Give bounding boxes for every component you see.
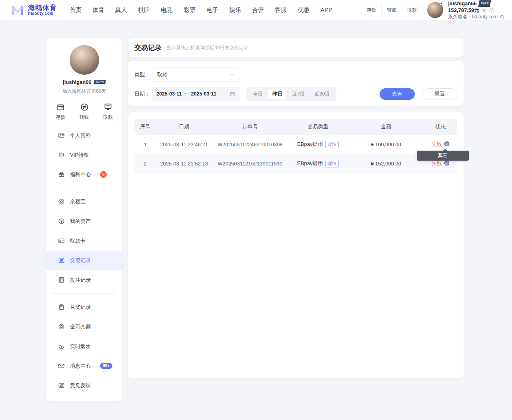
- info-icon[interactable]: [444, 160, 450, 166]
- nav-item[interactable]: 棋牌: [138, 6, 150, 14]
- sidebar-quick-actions: 存款转账取款: [46, 103, 122, 121]
- feedback-icon: [58, 382, 65, 389]
- sidebar-item[interactable]: 意见反馈: [46, 376, 122, 395]
- logo-icon: [10, 3, 25, 17]
- cell-amount: ¥ 100,000.00: [348, 135, 424, 154]
- range-button[interactable]: 今日: [248, 89, 268, 100]
- type-select[interactable]: 取款: [152, 68, 240, 82]
- sidebar-item-label: 福利中心: [70, 171, 91, 178]
- date-separator: ~: [185, 91, 188, 97]
- quick-range-group: 今日昨日近7日近30日: [246, 87, 336, 101]
- date-filter-label: 日期：: [134, 90, 152, 98]
- cell-order-number: W202503112246210010308: [212, 135, 288, 154]
- search-icon[interactable]: [500, 14, 505, 20]
- nav-item[interactable]: 优惠: [298, 6, 310, 14]
- detail-link[interactable]: 详情: [325, 141, 339, 148]
- filter-panel: 类型： 取款 日期： 2025-03-11 ~ 2025-03-11 今日昨日近…: [128, 61, 464, 106]
- detail-link[interactable]: 详情: [325, 160, 339, 167]
- quick-action-transfer[interactable]: 转账: [80, 103, 89, 121]
- sidebar-item[interactable]: 投注记录: [46, 270, 122, 290]
- nav-item[interactable]: APP: [320, 6, 332, 14]
- yuebao-icon: [58, 198, 65, 205]
- sidebar-item-label: 投注记录: [70, 277, 91, 284]
- avatar[interactable]: [427, 2, 443, 18]
- type-select-value: 取款: [157, 71, 168, 78]
- sidebar-item[interactable]: 交易记录: [46, 251, 122, 270]
- status-label: 失败: [432, 160, 442, 166]
- quick-action-label: 取款: [103, 114, 113, 121]
- sidebar-menu: 个人资料VIP特权福利中心9余额宝我的资产取款卡交易记录投注记录兑奖记录金币余额…: [46, 125, 122, 395]
- sidebar-item[interactable]: 余额宝: [46, 192, 122, 211]
- username: jiushigan66: [448, 0, 477, 7]
- sidebar-item-label: 余额宝: [70, 198, 86, 205]
- column-header: 交易类型: [288, 119, 348, 135]
- sidebar-item-label: 交易记录: [70, 257, 91, 264]
- redeem-icon: [58, 304, 65, 311]
- cell-order-number: W202503112152130011530: [212, 154, 288, 173]
- sidebar-item-label: 我的资产: [70, 218, 91, 225]
- column-header: 状态: [424, 119, 457, 135]
- divider: [53, 188, 115, 188]
- nav-item[interactable]: 首页: [70, 6, 82, 14]
- nav-item[interactable]: 电子: [206, 6, 218, 14]
- calendar-icon: [230, 91, 236, 97]
- range-button[interactable]: 近7日: [287, 89, 310, 100]
- assets-icon: [58, 218, 65, 225]
- vip-badge: VIP8: [94, 80, 106, 84]
- sidebar-item-label: VIP特权: [70, 151, 89, 159]
- page-header: 交易记录 当前系统支持查询最近30日的交易记录: [128, 38, 464, 57]
- nav-item[interactable]: 合营: [252, 6, 264, 14]
- cell-index: 2: [134, 154, 156, 173]
- reset-button[interactable]: 重置: [422, 88, 457, 100]
- column-header: 日期: [156, 119, 212, 135]
- main-nav: 首页体育真人棋牌电竞彩票电子娱乐合营客服优惠APP: [70, 6, 332, 14]
- avatar[interactable]: [70, 45, 99, 75]
- wallet-action-button[interactable]: 取款: [402, 4, 422, 16]
- sidebar-item[interactable]: 实时返水: [46, 336, 122, 356]
- sidebar-item[interactable]: 消息中心99+: [46, 356, 122, 376]
- coin-icon: [58, 323, 65, 330]
- logo[interactable]: 海鸥体育 haiouty.com: [10, 3, 57, 17]
- nav-item[interactable]: 真人: [115, 6, 127, 14]
- wallet-action-button[interactable]: 存款: [361, 4, 381, 16]
- badge: 99+: [100, 363, 112, 369]
- cell-date: 2025-03-11 21:52:13: [156, 154, 212, 173]
- eye-icon[interactable]: [481, 8, 487, 13]
- date-range-input[interactable]: 2025-03-11 ~ 2025-03-11: [152, 87, 240, 101]
- sidebar-item[interactable]: VIP特权: [46, 145, 122, 165]
- quick-action-wallet[interactable]: 存款: [56, 103, 65, 121]
- join-days-text: 加入海鸥体育第69天: [62, 88, 106, 95]
- sidebar-item[interactable]: 金币余额: [46, 317, 122, 336]
- sidebar-item-label: 金币余额: [70, 323, 91, 330]
- search-button[interactable]: 查询: [380, 88, 415, 100]
- circle-chevron-icon[interactable]: [489, 8, 494, 13]
- sidebar-item-label: 消息中心: [70, 362, 91, 370]
- info-icon[interactable]: [444, 141, 450, 147]
- nav-item[interactable]: 体育: [92, 6, 104, 14]
- sidebar-item-label: 意见反馈: [70, 382, 91, 389]
- nav-item[interactable]: 客服: [275, 6, 287, 14]
- nav-item[interactable]: 电竞: [161, 6, 173, 14]
- sidebar-item[interactable]: 福利中心9: [46, 165, 122, 184]
- rebate-icon: [58, 343, 65, 350]
- range-button[interactable]: 近30日: [310, 89, 335, 100]
- wallet-action-button[interactable]: 转账: [381, 4, 402, 16]
- cell-amount: ¥ 152,000.00: [348, 154, 424, 173]
- sidebar-item[interactable]: 个人资料: [46, 125, 122, 145]
- sidebar-item[interactable]: 我的资产: [46, 211, 122, 231]
- nav-item[interactable]: 彩票: [184, 6, 196, 14]
- cell-date: 2025-03-11 22:46:21: [156, 135, 212, 154]
- badge: 9: [100, 171, 107, 178]
- logo-domain: haiouty.com: [28, 12, 57, 16]
- transfer-icon: [80, 103, 89, 111]
- sidebar-item[interactable]: 兑奖记录: [46, 297, 122, 317]
- chevron-down-icon: [229, 72, 235, 78]
- sidebar-item[interactable]: 取款卡: [46, 231, 122, 251]
- nav-item[interactable]: 娱乐: [229, 6, 241, 14]
- crown-icon: [58, 151, 65, 158]
- range-button[interactable]: 昨日: [268, 89, 287, 100]
- transaction-icon: [58, 257, 65, 264]
- quick-action-withdraw[interactable]: 取款: [103, 103, 113, 121]
- sidebar-item-label: 个人资料: [70, 132, 91, 139]
- transaction-type: EBpay提币: [297, 160, 323, 166]
